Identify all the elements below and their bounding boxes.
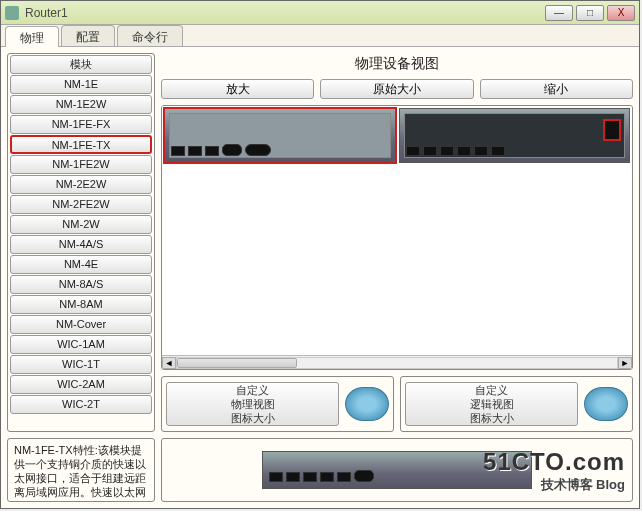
module-item[interactable]: WIC-1T (10, 355, 152, 374)
module-item[interactable]: NM-4E (10, 255, 152, 274)
watermark: 51CTO.com 技术博客 Blog (483, 448, 625, 494)
zoom-out-button[interactable]: 缩小 (480, 79, 633, 99)
zoom-original-button[interactable]: 原始大小 (320, 79, 473, 99)
tab-physical[interactable]: 物理 (5, 26, 59, 47)
module-item[interactable]: NM-8AM (10, 295, 152, 314)
zoom-in-button[interactable]: 放大 (161, 79, 314, 99)
module-item[interactable]: NM-2E2W (10, 175, 152, 194)
custom-logical-button[interactable]: 自定义 逻辑视图 图标大小 (405, 382, 578, 426)
router-icon (584, 387, 628, 421)
module-item[interactable]: NM-1FE-TX (10, 135, 152, 154)
tab-config[interactable]: 配置 (61, 25, 115, 46)
module-item[interactable]: WIC-2AM (10, 375, 152, 394)
window-title: Router1 (25, 6, 542, 20)
device-physical-view[interactable]: ◄ ► (161, 105, 633, 370)
scroll-right-icon[interactable]: ► (618, 357, 632, 369)
tab-bar: 物理 配置 命令行 (1, 25, 639, 47)
module-item[interactable]: NM-Cover (10, 315, 152, 334)
power-button-icon[interactable] (603, 119, 621, 141)
module-item[interactable]: NM-1FE-FX (10, 115, 152, 134)
scroll-thumb[interactable] (177, 358, 297, 368)
minimize-button[interactable]: — (545, 5, 573, 21)
titlebar: Router1 — □ X (1, 1, 639, 25)
chassis-slot[interactable] (399, 108, 631, 163)
module-item[interactable]: NM-2W (10, 215, 152, 234)
close-button[interactable]: X (607, 5, 635, 21)
module-item[interactable]: NM-8A/S (10, 275, 152, 294)
maximize-button[interactable]: □ (576, 5, 604, 21)
module-list-header[interactable]: 模块 (10, 55, 152, 74)
module-item[interactable]: NM-1E2W (10, 95, 152, 114)
app-icon (5, 6, 19, 20)
module-description: NM-1FE-TX特性:该模块提供一个支持铜介质的快速以太网接口，适合于组建远距… (7, 438, 155, 502)
tab-cli[interactable]: 命令行 (117, 25, 183, 46)
module-item[interactable]: NM-1E (10, 75, 152, 94)
horizontal-scrollbar[interactable]: ◄ ► (162, 355, 632, 369)
scroll-left-icon[interactable]: ◄ (162, 357, 176, 369)
module-item[interactable]: NM-1FE2W (10, 155, 152, 174)
device-view-title: 物理设备视图 (161, 53, 633, 79)
custom-physical-panel: 自定义 物理视图 图标大小 (161, 376, 394, 432)
module-item[interactable]: WIC-2T (10, 395, 152, 414)
module-list: 模块 NM-1ENM-1E2WNM-1FE-FXNM-1FE-TXNM-1FE2… (7, 53, 155, 432)
module-item[interactable]: NM-4A/S (10, 235, 152, 254)
module-item[interactable]: WIC-1AM (10, 335, 152, 354)
chassis-slot-selected[interactable] (164, 108, 396, 163)
custom-physical-button[interactable]: 自定义 物理视图 图标大小 (166, 382, 339, 426)
router-icon (345, 387, 389, 421)
module-item[interactable]: NM-2FE2W (10, 195, 152, 214)
custom-logical-panel: 自定义 逻辑视图 图标大小 (400, 376, 633, 432)
